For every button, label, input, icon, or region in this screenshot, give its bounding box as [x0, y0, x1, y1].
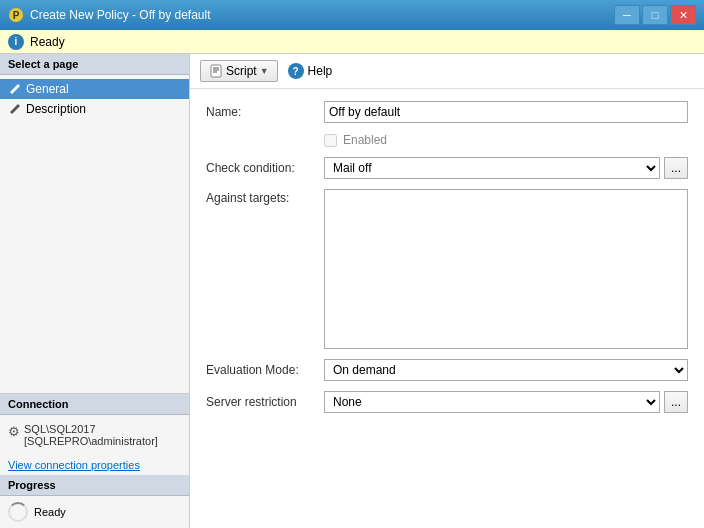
server-restriction-label: Server restriction: [206, 395, 316, 409]
sidebar-item-description[interactable]: Description: [0, 99, 189, 119]
connection-server: SQL\SQL2017: [24, 423, 158, 435]
progress-section: Ready: [0, 496, 189, 528]
name-label: Name:: [206, 105, 316, 119]
progress-status: Ready: [34, 506, 66, 518]
connection-item: ⚙ SQL\SQL2017 [SQLREPRO\administrator]: [8, 421, 181, 449]
status-text: Ready: [30, 35, 65, 49]
server-restriction-control: None ...: [324, 391, 688, 413]
app-icon: P: [8, 7, 24, 23]
script-button[interactable]: Script ▼: [200, 60, 278, 82]
maximize-button[interactable]: □: [642, 5, 668, 25]
main-container: Select a page General Description: [0, 54, 704, 528]
content-panel: Script ▼ ? Help Name: Enabled Check co: [190, 54, 704, 528]
script-label: Script: [226, 64, 257, 78]
window-title: Create New Policy - Off by default: [30, 8, 211, 22]
wrench-icon-2: [8, 102, 22, 116]
help-icon: ?: [288, 63, 304, 79]
sidebar-item-general[interactable]: General: [0, 79, 189, 99]
server-restriction-row: Server restriction None ...: [206, 391, 688, 413]
check-condition-control: Mail off Mail on ...: [324, 157, 688, 179]
sidebar-nav: General Description: [0, 75, 189, 393]
evaluation-mode-row: Evaluation Mode: On demand On schedule O…: [206, 359, 688, 381]
server-restriction-select[interactable]: None: [324, 391, 660, 413]
connection-header: Connection: [0, 394, 189, 415]
sidebar-description-label: Description: [26, 102, 86, 116]
title-bar: P Create New Policy - Off by default ─ □…: [0, 0, 704, 30]
status-bar: i Ready: [0, 30, 704, 54]
connection-section: ⚙ SQL\SQL2017 [SQLREPRO\administrator]: [0, 415, 189, 455]
svg-text:P: P: [13, 10, 20, 21]
sidebar: Select a page General Description: [0, 54, 190, 528]
form-content: Name: Enabled Check condition: Mail off …: [190, 89, 704, 435]
svg-rect-2: [211, 65, 221, 77]
evaluation-mode-label: Evaluation Mode:: [206, 363, 316, 377]
check-condition-select[interactable]: Mail off Mail on: [324, 157, 660, 179]
sidebar-bottom: Connection ⚙ SQL\SQL2017 [SQLREPRO\admin…: [0, 393, 189, 528]
server-restriction-ellipsis-button[interactable]: ...: [664, 391, 688, 413]
name-input[interactable]: [324, 101, 688, 123]
check-condition-row: Check condition: Mail off Mail on ...: [206, 157, 688, 179]
status-icon: i: [8, 34, 24, 50]
help-button[interactable]: ? Help: [282, 60, 339, 82]
against-targets-label: Against targets:: [206, 189, 316, 205]
minimize-button[interactable]: ─: [614, 5, 640, 25]
progress-row: Ready: [8, 500, 181, 524]
progress-spinner: [8, 502, 28, 522]
select-page-header: Select a page: [0, 54, 189, 75]
evaluation-mode-select[interactable]: On demand On schedule On change: prevent…: [324, 359, 688, 381]
wrench-icon: [8, 82, 22, 96]
enabled-checkbox[interactable]: [324, 134, 337, 147]
help-label: Help: [308, 64, 333, 78]
connection-user: [SQLREPRO\administrator]: [24, 435, 158, 447]
window-controls: ─ □ ✕: [614, 5, 696, 25]
progress-header: Progress: [0, 475, 189, 496]
script-dropdown-arrow: ▼: [260, 66, 269, 76]
name-row: Name:: [206, 101, 688, 123]
check-condition-ellipsis-button[interactable]: ...: [664, 157, 688, 179]
enabled-row: Enabled: [206, 133, 688, 147]
sidebar-general-label: General: [26, 82, 69, 96]
check-condition-label: Check condition:: [206, 161, 316, 175]
against-targets-row: Against targets:: [206, 189, 688, 349]
server-icon: ⚙: [8, 424, 20, 439]
view-connection-link[interactable]: View connection properties: [0, 455, 189, 475]
enabled-label: Enabled: [343, 133, 387, 147]
toolbar: Script ▼ ? Help: [190, 54, 704, 89]
script-icon: [209, 64, 223, 78]
close-button[interactable]: ✕: [670, 5, 696, 25]
against-targets-area[interactable]: [324, 189, 688, 349]
